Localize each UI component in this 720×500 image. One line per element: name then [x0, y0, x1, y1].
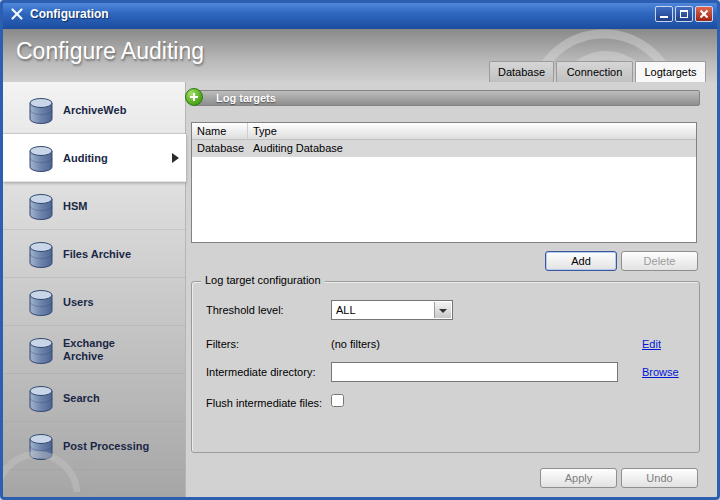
browse-link[interactable]: Browse [642, 366, 679, 378]
log-targets-section-header: Log targets [193, 90, 700, 106]
intermediate-directory-label: Intermediate directory: [206, 366, 315, 378]
filters-label: Filters: [206, 338, 239, 350]
auditing-icon [25, 142, 57, 174]
main-area: ArchiveWeb Auditing HSM Files Archive Us… [3, 82, 717, 497]
cell-type: Auditing Database [248, 140, 343, 157]
threshold-level-select[interactable]: ALL [331, 300, 453, 320]
selected-arrow-icon [172, 153, 179, 163]
intermediate-directory-input[interactable] [331, 362, 618, 382]
files-archive-icon [25, 238, 57, 270]
configuration-window: Configuration Configure Auditing Databas… [0, 0, 720, 500]
sidebar: ArchiveWeb Auditing HSM Files Archive Us… [3, 82, 186, 497]
post-processing-icon [25, 430, 57, 462]
archiveweb-icon [25, 94, 57, 126]
flush-intermediate-files-checkbox[interactable] [331, 394, 344, 407]
sidebar-item-search[interactable]: Search [3, 374, 186, 422]
titlebar: Configuration [0, 0, 720, 29]
tab-database[interactable]: Database [489, 61, 554, 82]
delete-button[interactable]: Delete [621, 251, 698, 271]
table-row[interactable]: Database Auditing Database [192, 140, 696, 157]
hsm-icon [25, 190, 57, 222]
sidebar-item-auditing[interactable]: Auditing [3, 134, 186, 182]
cell-name: Database [192, 140, 248, 157]
edit-filters-link[interactable]: Edit [642, 338, 661, 350]
log-target-configuration-group: Log target configuration Threshold level… [191, 281, 700, 453]
users-icon [25, 286, 57, 318]
tab-logtargets[interactable]: Logtargets [635, 61, 706, 82]
sidebar-item-files-archive[interactable]: Files Archive [3, 230, 186, 278]
column-header-type[interactable]: Type [248, 123, 696, 139]
table-header: Name Type [192, 123, 696, 140]
tools-icon [9, 6, 25, 22]
column-header-name[interactable]: Name [192, 123, 248, 139]
maximize-icon [680, 10, 688, 18]
minimize-icon [660, 16, 668, 18]
filters-value: (no filters) [331, 338, 380, 350]
chevron-down-icon [439, 309, 447, 313]
search-icon [25, 382, 57, 414]
window-title: Configuration [30, 7, 109, 21]
tab-connection[interactable]: Connection [556, 61, 633, 82]
page-title: Configure Auditing [16, 38, 204, 65]
group-title: Log target configuration [201, 274, 325, 286]
threshold-level-label: Threshold level: [206, 304, 284, 316]
threshold-level-value: ALL [336, 304, 356, 316]
exchange-archive-icon [25, 334, 57, 366]
sidebar-item-post-processing[interactable]: Post Processing [3, 422, 186, 470]
maximize-button[interactable] [675, 6, 693, 22]
add-button[interactable]: Add [545, 251, 617, 271]
apply-button[interactable]: Apply [540, 468, 617, 488]
dropdown-button[interactable] [434, 302, 451, 318]
sidebar-item-hsm[interactable]: HSM [3, 182, 186, 230]
log-targets-table: Name Type Database Auditing Database [191, 122, 697, 243]
sidebar-item-archiveweb[interactable]: ArchiveWeb [3, 86, 186, 134]
close-button[interactable] [695, 6, 713, 22]
sidebar-item-exchange-archive[interactable]: Exchange Archive [3, 326, 186, 374]
flush-intermediate-files-label: Flush intermediate files: [206, 397, 322, 409]
undo-button[interactable]: Undo [621, 468, 698, 488]
sidebar-item-users[interactable]: Users [3, 278, 186, 326]
add-log-target-icon[interactable] [185, 88, 203, 106]
minimize-button[interactable] [655, 6, 673, 22]
